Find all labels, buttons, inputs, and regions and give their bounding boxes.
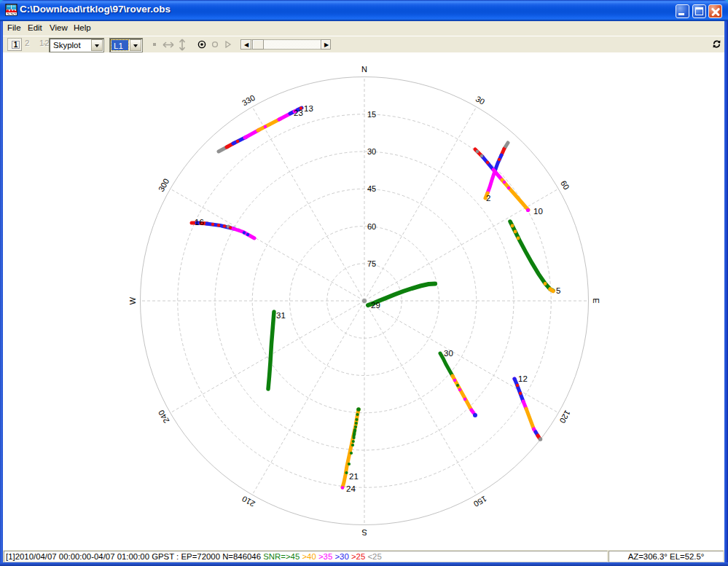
svg-text:13: 13 — [304, 104, 313, 113]
svg-text:10: 10 — [533, 207, 543, 216]
svg-text:16: 16 — [195, 218, 204, 227]
svg-text:23: 23 — [294, 109, 303, 117]
svg-text:210: 210 — [240, 495, 257, 509]
svg-text:30: 30 — [367, 147, 376, 156]
svg-text:15: 15 — [367, 110, 376, 119]
svg-text:E: E — [592, 298, 600, 303]
svg-text:45: 45 — [367, 184, 376, 193]
svg-text:75: 75 — [367, 259, 376, 268]
svg-text:29: 29 — [371, 301, 380, 310]
svg-text:21: 21 — [349, 472, 359, 481]
svg-text:31: 31 — [276, 311, 286, 320]
svg-text:2: 2 — [486, 194, 490, 203]
svg-text:N: N — [361, 65, 367, 74]
svg-text:30: 30 — [474, 94, 487, 106]
svg-text:330: 330 — [240, 93, 257, 108]
svg-text:120: 120 — [558, 409, 573, 425]
svg-text:24: 24 — [346, 484, 356, 493]
svg-text:150: 150 — [472, 495, 488, 509]
svg-text:W: W — [128, 296, 137, 304]
svg-text:S: S — [361, 528, 367, 537]
svg-text:240: 240 — [157, 409, 171, 425]
svg-text:60: 60 — [559, 179, 571, 192]
svg-text:300: 300 — [157, 177, 171, 193]
svg-text:30: 30 — [444, 349, 453, 358]
svg-text:60: 60 — [367, 222, 376, 231]
svg-text:5: 5 — [556, 286, 560, 295]
svg-text:12: 12 — [518, 374, 528, 383]
